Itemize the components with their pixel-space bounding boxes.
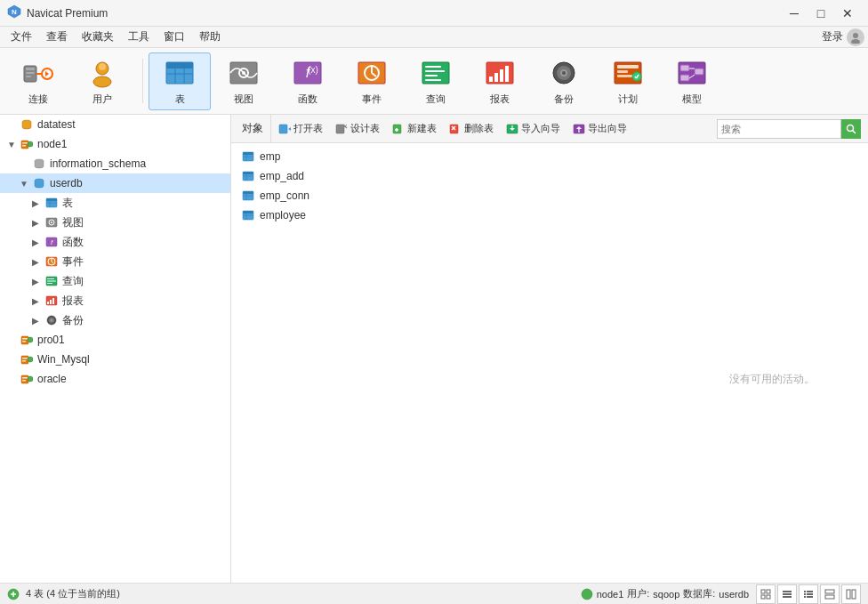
sidebar-item-views[interactable]: ▶ 视图	[0, 213, 230, 232]
sidebar-item-funcs[interactable]: ▶ f 函数	[0, 232, 230, 252]
toolbar-query[interactable]: 查询	[405, 52, 467, 110]
split-h-button[interactable]	[820, 584, 840, 604]
svg-rect-37	[500, 69, 503, 82]
query-icon	[420, 57, 452, 89]
menu-tools[interactable]: 工具	[121, 28, 157, 46]
user-avatar	[847, 28, 864, 46]
status-table-count: 4 表 (4 位于当前的组)	[7, 587, 574, 600]
open-table-button[interactable]: 打开表	[273, 118, 328, 140]
toolbar-table[interactable]: 表	[149, 52, 211, 110]
export-wizard-button[interactable]: 导出向导	[567, 118, 632, 140]
detail-view-button[interactable]	[799, 584, 818, 604]
expand-arrow: ▶	[32, 198, 44, 208]
search-input[interactable]	[717, 119, 841, 139]
item-label: pro01	[37, 334, 65, 346]
sidebar-item-queries[interactable]: ▶ 查询	[0, 271, 230, 291]
table-group-icon	[44, 196, 59, 210]
svg-point-99	[28, 376, 33, 382]
svg-rect-45	[617, 70, 628, 73]
table-row[interactable]: emp_add	[231, 166, 868, 186]
table-row[interactable]: emp	[231, 147, 868, 166]
toolbar-event[interactable]: 事件	[341, 52, 403, 110]
report-group-icon	[44, 294, 59, 308]
menu-window[interactable]: 窗口	[157, 28, 192, 46]
menu-file[interactable]: 文件	[4, 28, 39, 46]
content-list: emp emp_add emp_conn	[231, 143, 868, 583]
svg-rect-31	[425, 70, 445, 72]
table-row[interactable]: emp_conn	[231, 186, 868, 205]
item-label: 事件	[62, 254, 84, 270]
svg-rect-44	[617, 65, 639, 68]
sidebar-item-information-schema[interactable]: information_schema	[0, 154, 230, 173]
toolbar-user[interactable]: 用户	[71, 52, 133, 110]
menu-help[interactable]: 帮助	[192, 28, 228, 46]
sidebar-item-node1[interactable]: ▼ node1	[0, 134, 230, 154]
query-label: 查询	[426, 93, 446, 106]
query-group-icon	[44, 274, 59, 288]
new-table-label: 新建表	[407, 122, 437, 135]
delete-table-button[interactable]: 删除表	[444, 118, 499, 140]
user-value: sqoop	[653, 589, 679, 600]
node-name: node1	[597, 589, 624, 600]
import-wizard-button[interactable]: 导入向导	[501, 118, 566, 140]
svg-marker-10	[45, 71, 49, 77]
expand-arrow: ▶	[32, 238, 44, 247]
search-button[interactable]	[841, 119, 861, 139]
table-label: 表	[175, 93, 185, 106]
grid-view-button[interactable]	[756, 584, 776, 604]
svg-rect-59	[22, 145, 26, 147]
svg-rect-155	[852, 590, 856, 599]
sidebar-item-tables[interactable]: ▶ 表	[0, 193, 230, 213]
new-table-button[interactable]: 新建表	[387, 118, 442, 140]
minimize-button[interactable]: ─	[781, 0, 808, 27]
list-view-button[interactable]	[777, 584, 797, 604]
split-v-button[interactable]	[841, 584, 861, 604]
svg-rect-154	[847, 590, 850, 599]
svg-rect-30	[425, 66, 441, 68]
expand-arrow: ▼	[7, 140, 20, 149]
report-icon	[484, 57, 516, 89]
toolbar-view[interactable]: 视图	[213, 52, 275, 110]
svg-rect-102	[336, 125, 344, 133]
svg-rect-144	[783, 593, 792, 595]
db-label: 数据库:	[683, 587, 715, 600]
table-icon	[242, 209, 254, 221]
view-group-icon	[44, 215, 59, 230]
item-label: 查询	[62, 274, 84, 289]
toolbar-report[interactable]: 报表	[469, 52, 531, 110]
svg-rect-152	[825, 590, 834, 593]
sidebar-item-backups[interactable]: ▶ 备份	[0, 310, 230, 330]
sidebar-item-events[interactable]: ▶ 事件	[0, 252, 230, 271]
toolbar-connect[interactable]: 连接	[7, 52, 69, 110]
menu-favorites[interactable]: 收藏夹	[75, 28, 121, 46]
toolbar-plan[interactable]: 计划	[597, 52, 659, 110]
window-controls: ─ □ ✕	[781, 0, 861, 27]
svg-rect-147	[807, 591, 813, 592]
toolbar-backup[interactable]: 备份	[533, 52, 595, 110]
toolbar-func[interactable]: f (x) 函数	[277, 52, 339, 110]
search-icon	[846, 124, 856, 134]
expand-arrow: ▶	[32, 277, 44, 286]
maximize-button[interactable]: □	[808, 0, 834, 27]
svg-point-91	[28, 337, 33, 342]
sidebar-item-win-mysql[interactable]: Win_Mysql	[0, 350, 230, 369]
close-button[interactable]: ✕	[834, 0, 861, 27]
sidebar-item-userdb[interactable]: ▼ userdb	[0, 173, 230, 193]
sidebar-item-oracle[interactable]: oracle	[0, 369, 230, 389]
svg-rect-64	[46, 198, 57, 201]
login-label[interactable]: 登录	[822, 29, 843, 44]
table-row[interactable]: employee	[231, 205, 868, 225]
table-name: emp	[260, 150, 280, 163]
expand-arrow: ▶	[32, 257, 44, 267]
content-toolbar: 对象 打开表 设计表	[231, 115, 868, 143]
sidebar-item-pro01[interactable]: pro01	[0, 330, 230, 350]
toolbar-sep-1	[142, 59, 143, 103]
sidebar-item-reports[interactable]: ▶ 报表	[0, 291, 230, 310]
table-icon	[242, 150, 254, 163]
toolbar-model[interactable]: 模型	[661, 52, 723, 110]
main-layout: datatest ▼ node1	[0, 115, 868, 583]
design-table-button[interactable]: 设计表	[330, 118, 385, 140]
sidebar-item-datatest[interactable]: datatest	[0, 115, 230, 134]
menu-view[interactable]: 查看	[39, 28, 75, 46]
no-activity-text: 没有可用的活动。	[729, 372, 815, 387]
